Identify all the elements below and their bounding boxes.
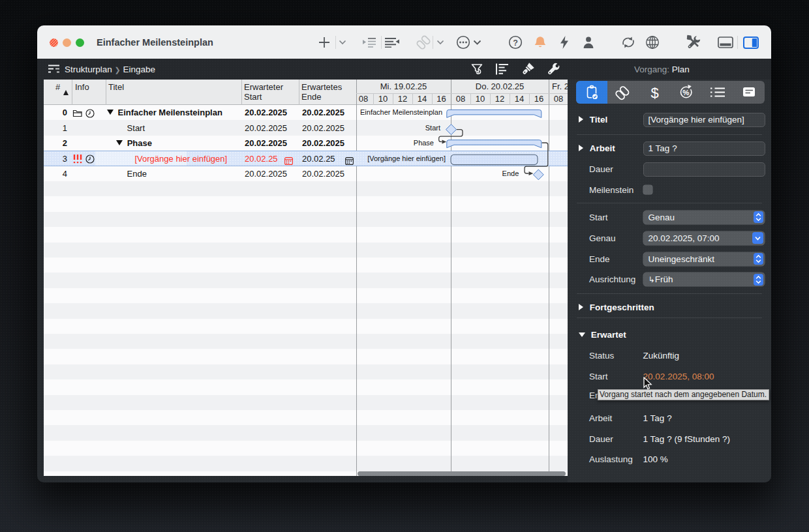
svg-text:?: ? bbox=[513, 38, 518, 48]
svg-text:%: % bbox=[682, 89, 689, 96]
svg-text:$: $ bbox=[650, 85, 658, 101]
